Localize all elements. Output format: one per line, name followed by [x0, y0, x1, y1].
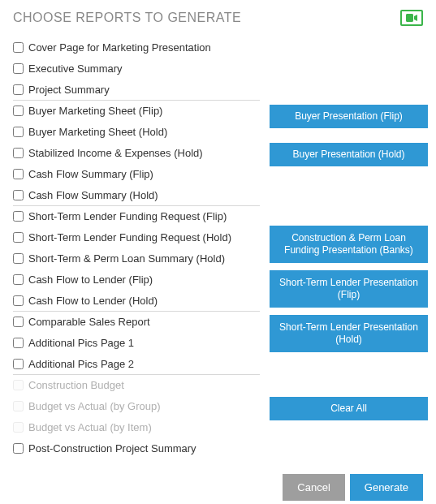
report-checkbox[interactable] [13, 253, 24, 264]
report-row: Buyer Marketing Sheet (Hold) [13, 122, 260, 143]
report-label: Cover Page for Marketing Presentation [28, 42, 211, 53]
report-label: Buyer Marketing Sheet (Flip) [28, 106, 162, 116]
report-checkbox[interactable] [13, 443, 24, 454]
report-checkbox[interactable] [13, 148, 24, 158]
report-label: Additional Pics Page 1 [28, 338, 134, 348]
report-checkbox[interactable] [13, 338, 24, 348]
report-row: Additional Pics Page 1 [13, 333, 260, 354]
spacer [270, 37, 428, 105]
report-list: Cover Page for Marketing PresentationExe… [13, 37, 260, 459]
short-term-lender-flip-button[interactable]: Short-Term Lender Presentation (Flip) [270, 270, 428, 308]
report-checkbox[interactable] [13, 127, 24, 137]
cancel-button[interactable]: Cancel [283, 474, 344, 501]
modal-header: CHOOSE REPORTS TO GENERATE [0, 0, 436, 32]
report-row: Additional Pics Page 2 [13, 354, 260, 375]
report-label: Short-Term Lender Funding Request (Flip) [28, 211, 227, 222]
modal-body: Cover Page for Marketing PresentationExe… [0, 32, 436, 464]
report-label: Additional Pics Page 2 [28, 359, 134, 369]
report-row: Post-Construction Project Summary [13, 438, 260, 459]
report-row: Construction Budget [13, 375, 260, 396]
buyer-presentation-hold-button[interactable]: Buyer Presentation (Hold) [270, 143, 428, 166]
report-row: Short-Term & Perm Loan Summary (Hold) [13, 248, 260, 269]
report-label: Budget vs Actual (by Group) [28, 401, 161, 411]
report-label: Cash Flow to Lender (Hold) [28, 295, 158, 306]
report-checkbox[interactable] [13, 359, 24, 369]
modal-footer: Cancel Generate [0, 464, 436, 504]
report-row: Comparable Sales Report [13, 312, 260, 333]
spacer [270, 166, 428, 226]
spacer [270, 352, 428, 397]
report-checkbox[interactable] [13, 274, 24, 285]
report-row: Cash Flow Summary (Hold) [13, 185, 260, 206]
report-row: Cash Flow Summary (Flip) [13, 164, 260, 185]
report-label: Project Summary [28, 84, 110, 95]
buyer-presentation-flip-button[interactable]: Buyer Presentation (Flip) [270, 105, 428, 128]
report-row: Short-Term Lender Funding Request (Hold) [13, 227, 260, 248]
report-label: Construction Budget [28, 380, 124, 390]
report-row: Executive Summary [13, 58, 260, 80]
report-row: Budget vs Actual (by Group) [13, 396, 260, 417]
report-checkbox[interactable] [13, 211, 24, 222]
report-label: Cash Flow Summary (Flip) [28, 169, 153, 179]
spacer [270, 128, 428, 143]
report-row: Buyer Marketing Sheet (Flip) [13, 101, 260, 122]
report-row: Project Summary [13, 80, 260, 101]
report-row: Cash Flow to Lender (Hold) [13, 291, 260, 312]
construction-perm-loan-button[interactable]: Construction & Perm Loan Funding Present… [270, 226, 428, 263]
choose-reports-modal: CHOOSE REPORTS TO GENERATE Cover Page fo… [0, 0, 436, 504]
report-label: Buyer Marketing Sheet (Hold) [28, 127, 167, 137]
report-checkbox[interactable] [13, 190, 24, 200]
report-checkbox[interactable] [13, 63, 24, 74]
report-checkbox[interactable] [13, 84, 24, 95]
video-help-button[interactable] [400, 10, 423, 26]
report-label: Post-Construction Project Summary [28, 443, 196, 454]
report-checkbox [13, 422, 24, 433]
spacer [270, 308, 428, 315]
short-term-lender-hold-button[interactable]: Short-Term Lender Presentation (Hold) [270, 315, 428, 352]
report-row: Short-Term Lender Funding Request (Flip) [13, 206, 260, 227]
generate-button[interactable]: Generate [350, 474, 423, 501]
report-label: Comparable Sales Report [28, 317, 150, 327]
report-checkbox[interactable] [13, 106, 24, 116]
report-row: Cover Page for Marketing Presentation [13, 37, 260, 58]
camera-icon [406, 14, 417, 22]
report-label: Stabilized Income & Expenses (Hold) [28, 148, 203, 158]
report-row: Stabilized Income & Expenses (Hold) [13, 143, 260, 164]
report-row: Cash Flow to Lender (Flip) [13, 269, 260, 291]
report-checkbox [13, 401, 24, 411]
report-checkbox[interactable] [13, 169, 24, 179]
report-row: Budget vs Actual (by Item) [13, 417, 260, 438]
spacer [270, 263, 428, 270]
clear-all-button[interactable]: Clear All [270, 397, 428, 420]
report-checkbox[interactable] [13, 232, 24, 243]
report-checkbox [13, 380, 24, 390]
report-checkbox[interactable] [13, 295, 24, 306]
report-label: Budget vs Actual (by Item) [28, 422, 152, 433]
report-label: Short-Term & Perm Loan Summary (Hold) [28, 253, 225, 264]
action-column: Buyer Presentation (Flip) Buyer Presenta… [270, 37, 428, 459]
report-checkbox[interactable] [13, 42, 24, 53]
report-label: Executive Summary [28, 63, 123, 74]
report-label: Cash Flow to Lender (Flip) [28, 274, 153, 285]
report-label: Short-Term Lender Funding Request (Hold) [28, 232, 231, 243]
modal-title: CHOOSE REPORTS TO GENERATE [13, 11, 241, 25]
report-label: Cash Flow Summary (Hold) [28, 190, 158, 200]
report-checkbox[interactable] [13, 317, 24, 327]
